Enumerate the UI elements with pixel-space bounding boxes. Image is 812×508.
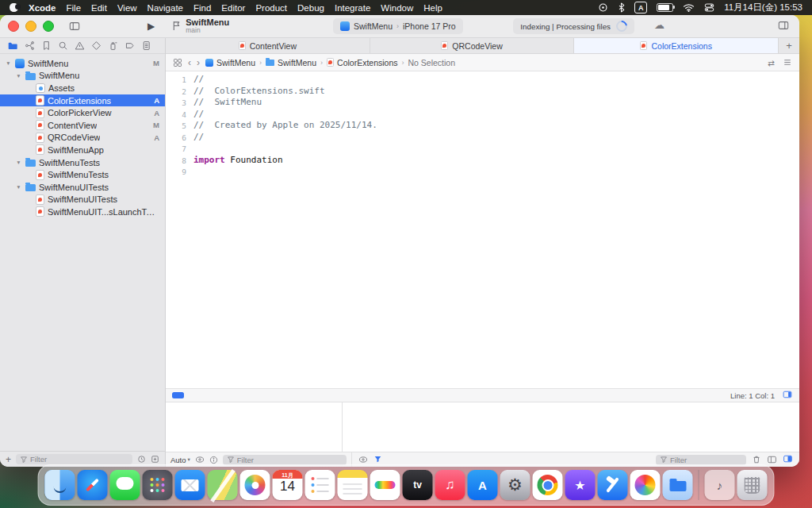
breadcrumb-item[interactable]: SwiftMenu [266, 58, 316, 67]
scheme-selector[interactable]: SwiftMenu › iPhone 17 Pro [333, 18, 463, 34]
disclosure-triangle-icon[interactable]: ▾ [15, 72, 22, 79]
cloud-status-icon[interactable]: ☁ [654, 19, 665, 31]
file-item-contentview[interactable]: ContentViewM [0, 119, 165, 132]
focus-mode-icon[interactable] [172, 392, 184, 398]
file-item-swiftmenuapp[interactable]: SwiftMenuApp [0, 144, 165, 156]
dock-safari-icon[interactable] [78, 470, 108, 500]
code-review-icon[interactable]: ⇄ [768, 58, 775, 67]
go-back-button[interactable]: ‹ [188, 58, 191, 67]
file-item-swiftmenuuitests[interactable]: ▾SwiftMenuUITests [0, 181, 165, 194]
variables-view[interactable] [166, 402, 343, 452]
dock-calendar-icon[interactable]: 11月14 [273, 470, 303, 500]
info-icon[interactable] [209, 456, 218, 464]
menu-bar-clock[interactable]: 11月14日(金) 15:53 [724, 2, 802, 13]
add-tab-button[interactable]: + [779, 38, 799, 53]
file-item-swiftmenutests[interactable]: SwiftMenuTests [0, 168, 165, 181]
menu-window[interactable]: Window [381, 3, 413, 13]
dock-settings-icon[interactable]: ⚙ [500, 470, 530, 500]
bluetooth-icon[interactable] [618, 2, 625, 13]
menu-find[interactable]: Find [193, 3, 211, 13]
adjust-editor-icon[interactable] [782, 390, 793, 401]
dock-maps-icon[interactable] [208, 470, 238, 500]
code-line[interactable]: 4// [166, 109, 799, 121]
menu-product[interactable]: Product [255, 3, 287, 13]
dock-chrome-icon[interactable] [533, 470, 563, 500]
disclosure-triangle-icon[interactable]: ▾ [5, 60, 12, 67]
file-item-swiftmenu[interactable]: ▾SwiftMenuM [0, 57, 165, 70]
wifi-icon[interactable] [683, 3, 695, 12]
code-line[interactable]: 8import Foundation [166, 155, 799, 167]
source-control-navigator-icon[interactable] [25, 40, 35, 51]
tab-colorextensions[interactable]: ColorExtensions [574, 38, 779, 53]
code-line[interactable]: 6// [166, 132, 799, 144]
file-item-qrcodeview[interactable]: QRCodeViewA [0, 132, 165, 144]
dock-launchpad-icon[interactable] [143, 470, 173, 500]
add-file-button[interactable]: + [6, 455, 11, 464]
code-line[interactable]: 2// ColorExtensions.swift [166, 86, 799, 98]
console-scope-icon[interactable] [358, 456, 368, 464]
battery-icon[interactable] [657, 3, 673, 12]
navigator-toggle-icon[interactable] [68, 21, 81, 32]
dock-finder-icon[interactable] [45, 470, 75, 500]
related-items-icon[interactable] [173, 58, 182, 67]
recent-files-filter-icon[interactable] [137, 455, 146, 464]
breadcrumb-item[interactable]: ColorExtensions [327, 58, 397, 67]
dock-mail-icon[interactable] [175, 470, 205, 500]
find-navigator-icon[interactable] [58, 40, 68, 51]
file-item-swiftmenutests[interactable]: ▾SwiftMenuTests [0, 156, 165, 169]
zoom-button[interactable] [43, 21, 54, 32]
code-line[interactable]: 1// [166, 74, 799, 86]
dock-pinwheel-icon[interactable] [630, 470, 661, 500]
menu-navigate[interactable]: Navigate [147, 3, 183, 13]
tab-contentview[interactable]: ContentView [166, 38, 370, 53]
project-navigator-icon[interactable] [7, 40, 18, 51]
variables-filter-field[interactable] [223, 455, 347, 465]
tests-navigator-icon[interactable] [91, 40, 102, 51]
dock-pixelmator-icon[interactable]: ★ [565, 470, 596, 500]
minimize-button[interactable] [25, 21, 36, 32]
dock-garageband-icon[interactable] [370, 470, 400, 500]
menu-editor[interactable]: Editor [221, 3, 245, 13]
toggle-variables-view-icon[interactable] [767, 455, 777, 464]
file-item-colorextensions[interactable]: ColorExtensionsA [0, 94, 165, 107]
apple-menu-icon[interactable] [10, 3, 18, 12]
code-line[interactable]: 3// SwiftMenu [166, 97, 799, 109]
activity-status[interactable]: Indexing | Processing files [513, 18, 634, 34]
console-filter-field[interactable] [656, 455, 746, 465]
dock-reminders-icon[interactable] [305, 470, 335, 500]
source-editor[interactable]: 1//2// ColorExtensions.swift3// SwiftMen… [166, 71, 799, 388]
quicklook-icon[interactable] [195, 456, 205, 464]
menu-view[interactable]: View [117, 3, 137, 13]
dock-music-icon[interactable]: ♫ [435, 470, 465, 500]
menu-edit[interactable]: Edit [91, 3, 107, 13]
dock-trash-icon[interactable] [737, 470, 768, 500]
dock-xcode-icon[interactable] [598, 470, 628, 500]
breadcrumb-item[interactable]: SwiftMenu [205, 58, 255, 67]
file-item-swiftmenuuit-slaunchtests[interactable]: SwiftMenuUIT...sLaunchTests [0, 206, 165, 218]
file-item-swiftmenu[interactable]: ▾SwiftMenu [0, 70, 165, 83]
dock-messages-icon[interactable] [110, 470, 140, 500]
menu-debug[interactable]: Debug [297, 3, 324, 13]
screen-mirroring-icon[interactable] [598, 2, 608, 13]
menu-help[interactable]: Help [423, 3, 442, 13]
source-control-filter-icon[interactable] [151, 455, 159, 464]
input-source-menu[interactable]: A [634, 2, 647, 13]
disclosure-triangle-icon[interactable]: ▾ [15, 159, 22, 166]
dock-photos-icon[interactable] [240, 470, 270, 500]
go-forward-button[interactable]: › [197, 58, 200, 67]
dock-notes-icon[interactable] [338, 470, 368, 500]
menu-integrate[interactable]: Integrate [335, 3, 370, 13]
navigator-filter-field[interactable] [16, 454, 132, 464]
debug-navigator-icon[interactable] [108, 40, 118, 51]
console-view[interactable] [343, 402, 799, 452]
disclosure-triangle-icon[interactable]: ▾ [15, 183, 22, 190]
issues-navigator-icon[interactable] [75, 40, 85, 51]
dock-appstore-icon[interactable]: A [468, 470, 498, 500]
navigator-filter-input[interactable] [30, 455, 128, 464]
project-status[interactable]: SwiftMenu main [172, 17, 229, 35]
control-center-icon[interactable] [704, 2, 714, 13]
menu-app-name[interactable]: Xcode [29, 3, 56, 13]
inspector-toggle-icon[interactable] [777, 20, 790, 31]
breakpoints-navigator-icon[interactable] [124, 40, 135, 51]
clear-console-icon[interactable] [752, 455, 761, 464]
